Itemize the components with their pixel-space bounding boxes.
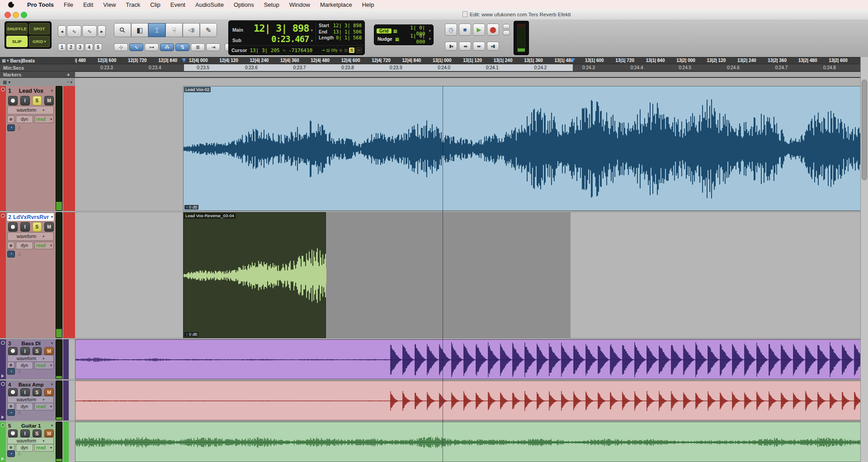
sub-counter-dropdown-icon[interactable]: ▾ [311, 38, 313, 43]
track-name-row[interactable]: 1Lead Vox▾ [7, 87, 54, 95]
track-dyn-button[interactable]: dyn [16, 362, 33, 369]
track-name[interactable]: Bass Amp [13, 382, 49, 387]
menu-item-clip[interactable]: Clip [145, 0, 165, 10]
track-color-strip[interactable] [0, 339, 6, 379]
grid-dropdown-icon[interactable]: ▾ [429, 29, 431, 33]
zoom-left-arrow[interactable]: ◂ [58, 25, 66, 37]
track-dyn-button[interactable]: dyn [16, 115, 33, 123]
track-input-monitor-button[interactable]: I [20, 222, 30, 232]
zoom-toggle[interactable]: ⊹ [114, 43, 128, 51]
menu-item-view[interactable]: View [98, 0, 121, 10]
menu-item-setup[interactable]: Setup [259, 0, 284, 10]
track-view-selector[interactable]: waveform▾ [7, 232, 54, 241]
markers-band[interactable] [75, 72, 861, 77]
track-solo-button[interactable]: S [33, 388, 42, 396]
zoom-in-waveform[interactable]: ∿ [82, 25, 97, 37]
delay-compensation-indicator[interactable]: Dly [331, 48, 338, 52]
track-automation-mode-button[interactable]: read▾ [34, 444, 54, 452]
track-color-strip[interactable] [0, 86, 6, 211]
track-solo-button[interactable]: S [33, 429, 42, 438]
track-list-icon[interactable]: ▦ ▾ [3, 80, 10, 85]
transport-expand-down-button[interactable] [503, 30, 510, 35]
transport-expand-up-button[interactable] [503, 24, 510, 29]
global-mute-indicator[interactable]: M [356, 48, 362, 53]
main-counter-dropdown-icon[interactable]: ▾ [311, 28, 313, 33]
min-secs-ruler-header[interactable]: Min:Secs [0, 64, 75, 71]
zoom-preset-2[interactable]: 2 [67, 43, 75, 51]
track-record-button[interactable] [8, 347, 18, 355]
stop-button[interactable]: ■ [459, 24, 471, 36]
menu-item-pro-tools[interactable]: Pro Tools [22, 0, 59, 10]
selector-tool[interactable]: ⌶ [148, 23, 165, 37]
audio-clip[interactable]: Lead Vox-02↑ 0 dB [183, 86, 861, 211]
tab-to-transient[interactable]: ∿ [129, 43, 143, 51]
bars-beats-ruler[interactable]: ▤ ▾ Bars|Beats 12|3| 48012|3| 60012|3| 7… [0, 57, 868, 64]
apple-menu-icon[interactable] [8, 2, 14, 8]
clip-list-icon[interactable]: ▤ [326, 48, 330, 52]
track-name[interactable]: Guitar 1 [13, 423, 49, 429]
track-name-dropdown-icon[interactable]: ▾ [51, 382, 53, 386]
timeline-selection-start-marker[interactable] [182, 58, 186, 62]
menu-item-audiosuite[interactable]: AudioSuite [190, 0, 229, 10]
track-automation-mode-button[interactable]: read▾ [34, 362, 54, 369]
track-color-strip[interactable] [0, 381, 6, 420]
track-expand-arrow-icon[interactable] [1, 415, 4, 419]
track-name-row[interactable]: 4Bass Amp▾ [7, 381, 54, 388]
record-button[interactable]: ⬤ [487, 24, 499, 36]
nudge-value[interactable]: 1| 0| 000 [401, 33, 425, 45]
track-record-button[interactable] [8, 222, 18, 232]
minimize-window-button[interactable] [13, 12, 19, 18]
track-name[interactable]: LdVxRvrsRvrb [13, 214, 49, 220]
edit-cursor-follows[interactable]: ⇥ [206, 43, 220, 51]
nudge-value-label[interactable]: Nudge [377, 36, 393, 42]
track-dyn-button[interactable]: dyn [16, 242, 33, 249]
track-color-strip[interactable] [0, 212, 6, 338]
scrubber-tool[interactable]: ◁)) [183, 23, 200, 37]
play-button[interactable]: ▶ [473, 24, 485, 36]
sub-counter-value[interactable]: 0:23.467 [249, 34, 309, 44]
link-timeline-edit-selection[interactable]: ⊶ [145, 43, 159, 51]
zoom-window-button[interactable] [21, 12, 27, 18]
track-name-dropdown-icon[interactable]: ▾ [51, 424, 53, 428]
track-automation-mode-button[interactable]: read▾ [34, 115, 54, 123]
track-solo-button[interactable]: S [33, 222, 42, 232]
bars-beats-ruler-header[interactable]: ▤ ▾ Bars|Beats [0, 57, 75, 64]
track-lane-4[interactable] [75, 381, 861, 420]
markers-ruler[interactable]: Markers + [0, 71, 868, 78]
track-lane-2[interactable]: Lead Vox-Reverse_03-04↑ 0 dB [75, 212, 861, 338]
track-record-button[interactable] [8, 96, 18, 105]
menu-item-options[interactable]: Options [229, 0, 259, 10]
track-automation-mode-button[interactable]: read▾ [34, 403, 54, 410]
slip-mode-button[interactable]: SLIP [6, 36, 28, 47]
audio-clip[interactable] [75, 381, 861, 420]
vertical-scrollbar-thumb[interactable] [862, 80, 867, 180]
track-view-selector[interactable]: waveform▾ [7, 106, 54, 114]
zoom-right-arrow[interactable]: ▸ [98, 25, 106, 37]
main-counter-value[interactable]: 12| 3| 898 [249, 23, 309, 34]
fast-forward-button[interactable]: ▸▸ [473, 42, 485, 51]
start-value[interactable]: 12| 3| 898 [333, 23, 362, 29]
track-dyn-button[interactable]: dyn [16, 403, 33, 410]
track-dyn-button[interactable]: dyn [16, 444, 33, 452]
pencil-tool[interactable]: ✎ [200, 23, 217, 37]
track-timebase-clock-icon[interactable]: ◔ [7, 368, 15, 375]
spot-mode-button[interactable]: SPOT [29, 23, 50, 34]
track-view-selector[interactable]: waveform▾ [7, 396, 54, 403]
clip-gain-label[interactable]: ↑ 0 dB [184, 205, 199, 210]
menu-item-event[interactable]: Event [165, 0, 190, 10]
zoom-tool[interactable]: ⚲ [114, 23, 131, 37]
track-solo-button[interactable]: S [33, 96, 42, 105]
track-mute-button[interactable]: M [44, 388, 54, 396]
length-value[interactable]: 0| 1| 568 [336, 35, 362, 41]
track-lane-1[interactable]: Lead Vox-02↑ 0 dB [75, 86, 861, 211]
track-input-monitor-button[interactable]: I [20, 96, 30, 105]
grid-mode-button[interactable]: GRID▾ [29, 36, 50, 47]
timeline-insertion-icon[interactable]: ⇥ [321, 48, 325, 52]
clip-gain-label[interactable]: ↑ 0 dB [184, 332, 199, 337]
trim-tool[interactable]: ◧ [131, 23, 148, 37]
menu-item-edit[interactable]: Edit [78, 0, 98, 10]
end-value[interactable]: 13| 1| 506 [333, 29, 362, 35]
track-view-selector[interactable]: waveform▾ [7, 355, 54, 362]
track-view-selector[interactable]: waveform▾ [7, 437, 54, 444]
menu-item-marketplace[interactable]: Marketplace [315, 0, 357, 10]
